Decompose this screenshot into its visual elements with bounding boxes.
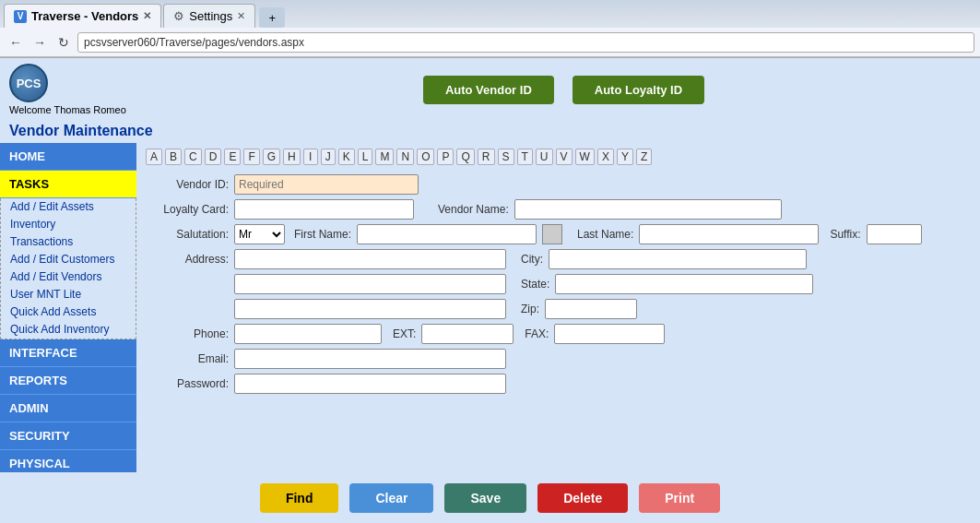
last-name-input[interactable] xyxy=(639,224,819,244)
alpha-I[interactable]: I xyxy=(303,149,318,165)
sidebar-item-home[interactable]: HOME xyxy=(0,143,136,171)
phone-row: Phone: EXT: FAX: xyxy=(146,324,971,344)
alpha-R[interactable]: R xyxy=(478,149,495,165)
alpha-nav: A B C D E F G H I J K L M N O P Q R S T xyxy=(146,149,971,165)
sidebar-subitem-quickassets[interactable]: Quick Add Assets xyxy=(1,303,136,321)
alpha-H[interactable]: H xyxy=(283,149,301,165)
ext-input[interactable] xyxy=(421,324,514,344)
alpha-P[interactable]: P xyxy=(437,149,454,165)
auto-vendor-id-button[interactable]: Auto Vendor ID xyxy=(423,76,554,104)
city-input[interactable] xyxy=(549,249,807,269)
sidebar-item-admin[interactable]: ADMIN xyxy=(0,395,136,422)
alpha-B[interactable]: B xyxy=(165,149,182,165)
alpha-T[interactable]: T xyxy=(517,149,533,165)
alpha-E[interactable]: E xyxy=(224,149,241,165)
alpha-Y[interactable]: Y xyxy=(617,149,633,165)
phone-input[interactable] xyxy=(234,324,382,344)
address-label: Address: xyxy=(146,253,229,266)
back-button[interactable]: ← xyxy=(6,32,26,53)
sidebar-subitem-customers[interactable]: Add / Edit Customers xyxy=(1,251,136,268)
delete-button[interactable]: Delete xyxy=(537,483,628,513)
email-label: Email: xyxy=(146,352,229,365)
address-input-3[interactable] xyxy=(234,299,506,319)
sidebar-subitem-usermnt[interactable]: User MNT Lite xyxy=(1,286,136,303)
city-label: City: xyxy=(521,253,543,266)
email-input[interactable] xyxy=(234,349,506,369)
alpha-N[interactable]: N xyxy=(396,149,414,165)
zip-input[interactable] xyxy=(545,299,637,319)
sidebar-item-physical[interactable]: PHYSICAL xyxy=(0,450,136,472)
sidebar-item-tasks[interactable]: TASKS xyxy=(0,171,136,198)
color-picker-button[interactable] xyxy=(542,224,562,244)
sidebar-item-security[interactable]: SECURITY xyxy=(0,422,136,450)
alpha-J[interactable]: J xyxy=(321,149,336,165)
alpha-Q[interactable]: Q xyxy=(456,149,474,165)
clear-button[interactable]: Clear xyxy=(349,483,433,513)
address-input-1[interactable] xyxy=(234,249,506,269)
alpha-O[interactable]: O xyxy=(417,149,434,165)
alpha-Z[interactable]: Z xyxy=(636,149,652,165)
phone-label: Phone: xyxy=(146,327,229,340)
name-row: Salutation: Mr Mrs Ms Dr First Name: Las… xyxy=(146,224,971,244)
page-title-bar: Vendor Maintenance xyxy=(0,121,980,143)
tab-settings-close[interactable]: ✕ xyxy=(237,10,245,22)
fax-label: FAX: xyxy=(525,327,549,340)
suffix-input[interactable] xyxy=(867,224,922,244)
first-name-input[interactable] xyxy=(357,224,537,244)
alpha-A[interactable]: A xyxy=(146,149,162,165)
password-input[interactable] xyxy=(234,374,506,394)
email-row: Email: xyxy=(146,349,971,369)
welcome-message: Welcome Thomas Romeo xyxy=(9,104,126,115)
bottom-actions: Find Clear Save Delete Print xyxy=(0,472,980,523)
alpha-M[interactable]: M xyxy=(375,149,394,165)
sidebar-subitem-transactions[interactable]: Transactions xyxy=(1,233,136,251)
alpha-X[interactable]: X xyxy=(597,149,614,165)
alpha-W[interactable]: W xyxy=(575,149,595,165)
vendor-id-row: Vendor ID: xyxy=(146,174,971,195)
tab-vendors[interactable]: V Traverse - Vendors ✕ xyxy=(4,4,161,28)
logo: PCS xyxy=(9,64,48,102)
state-input[interactable] xyxy=(555,274,813,294)
refresh-button[interactable]: ↻ xyxy=(53,32,74,53)
sidebar-item-reports[interactable]: REPORTS xyxy=(0,367,136,395)
address-row-1: Address: City: xyxy=(146,249,971,269)
vendor-id-input[interactable] xyxy=(234,174,419,195)
new-tab-btn[interactable]: + xyxy=(259,7,285,28)
sidebar-subitem-vendors[interactable]: Add / Edit Vendors xyxy=(1,268,136,286)
sidebar-subitem-inventory[interactable]: Inventory xyxy=(1,216,136,233)
save-button[interactable]: Save xyxy=(444,483,526,513)
sidebar-item-interface[interactable]: INTERFACE xyxy=(0,339,136,367)
address-input-2[interactable] xyxy=(234,274,506,294)
address-bar[interactable] xyxy=(77,32,974,53)
alpha-F[interactable]: F xyxy=(243,149,259,165)
content-area: A B C D E F G H I J K L M N O P Q R S T xyxy=(136,143,980,472)
tab-settings-label: Settings xyxy=(189,9,232,23)
loyalty-card-label: Loyalty Card: xyxy=(146,203,229,216)
alpha-U[interactable]: U xyxy=(536,149,553,165)
alpha-D[interactable]: D xyxy=(205,149,222,165)
sidebar-subitem-quickinv[interactable]: Quick Add Inventory xyxy=(1,321,136,339)
address-row-3: Zip: xyxy=(146,299,971,319)
tab-settings[interactable]: ⚙ Settings ✕ xyxy=(163,4,255,28)
last-name-label: Last Name: xyxy=(577,228,633,241)
vendor-name-label: Vendor Name: xyxy=(438,203,509,216)
fax-input[interactable] xyxy=(554,324,665,344)
alpha-V[interactable]: V xyxy=(556,149,573,165)
alpha-G[interactable]: G xyxy=(263,149,280,165)
salutation-select[interactable]: Mr Mrs Ms Dr xyxy=(234,224,285,244)
forward-button[interactable]: → xyxy=(30,32,50,53)
loyalty-card-input[interactable] xyxy=(234,199,414,220)
app-container: PCS Welcome Thomas Romeo Auto Vendor ID … xyxy=(0,58,980,523)
alpha-S[interactable]: S xyxy=(498,149,514,165)
logo-text: PCS xyxy=(17,77,41,90)
sidebar-subitem-assets[interactable]: Add / Edit Assets xyxy=(1,198,136,216)
vendor-name-input[interactable] xyxy=(514,199,782,220)
auto-loyalty-id-button[interactable]: Auto Loyalty ID xyxy=(573,76,704,104)
alpha-L[interactable]: L xyxy=(358,149,373,165)
vendor-id-label: Vendor ID: xyxy=(146,178,229,191)
find-button[interactable]: Find xyxy=(260,483,339,513)
alpha-C[interactable]: C xyxy=(184,149,202,165)
tab-vendors-close[interactable]: ✕ xyxy=(143,10,151,22)
print-button[interactable]: Print xyxy=(639,483,720,513)
alpha-K[interactable]: K xyxy=(338,149,355,165)
